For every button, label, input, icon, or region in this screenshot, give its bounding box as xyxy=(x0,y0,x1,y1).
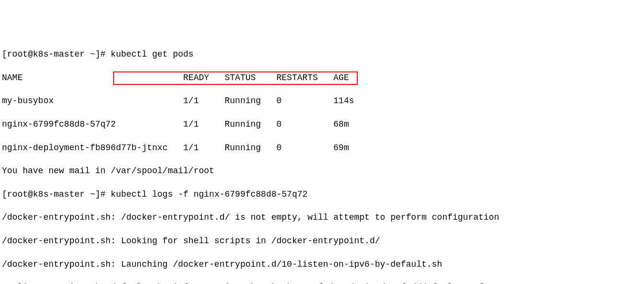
terminal-line-prompt1: [root@k8s-master ~]# kubectl get pods xyxy=(2,48,642,60)
mail-notice: You have new mail in /var/spool/mail/roo… xyxy=(2,165,642,177)
command-text: kubectl logs -f nginx-6799fc88d8-57q72 xyxy=(111,189,307,199)
log-line: 10-listen-on-ipv6-by-default.sh: info: G… xyxy=(2,282,642,284)
table-header: NAME READY STATUS RESTARTS AGE xyxy=(2,72,642,83)
table-row: my-busybox 1/1 Running 0 114s xyxy=(2,95,642,106)
prompt-prefix: [root@k8s-master ~]# xyxy=(2,189,111,199)
prompt-prefix: [root@k8s-master ~]# xyxy=(2,49,111,59)
log-line: /docker-entrypoint.sh: Looking for shell… xyxy=(2,235,642,247)
log-line: /docker-entrypoint.sh: Launching /docker… xyxy=(2,259,642,270)
table-row: nginx-deployment-fb896d77b-jtnxc 1/1 Run… xyxy=(2,142,642,154)
log-line: /docker-entrypoint.sh: /docker-entrypoin… xyxy=(2,212,642,223)
table-row: nginx-6799fc88d8-57q72 1/1 Running 0 68m xyxy=(2,118,642,130)
command-text: kubectl get pods xyxy=(111,49,194,59)
terminal-line-prompt2: [root@k8s-master ~]# kubectl logs -f ngi… xyxy=(2,189,642,200)
